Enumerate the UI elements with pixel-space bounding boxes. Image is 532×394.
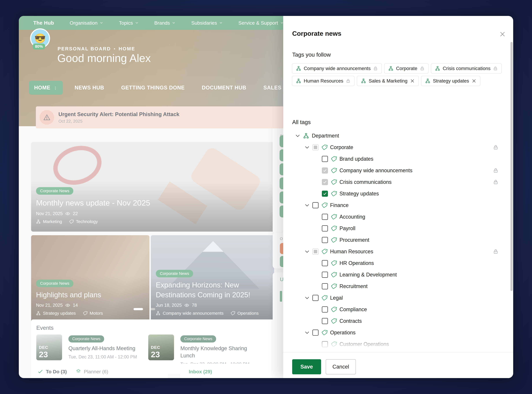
brand-logo[interactable]: The Hub: [33, 20, 54, 26]
checkbox-recruitment[interactable]: [322, 283, 328, 289]
checkbox-procurement[interactable]: [322, 237, 328, 243]
chip-label: Crisis communications: [443, 66, 491, 71]
checkbox-finance[interactable]: [312, 202, 318, 208]
followed-tag-chip-corporate[interactable]: Corporate: [384, 63, 429, 73]
chevron-down-icon[interactable]: [304, 145, 310, 150]
carousel-indicator[interactable]: [151, 308, 155, 310]
followed-tag-chip-strategy-updates[interactable]: Strategy updates: [421, 76, 480, 86]
news-department[interactable]: Company wide announcements: [163, 311, 224, 316]
chevron-down-icon[interactable]: [295, 133, 300, 138]
checkbox-corporate[interactable]: [312, 144, 318, 150]
checkbox-human-resources[interactable]: [312, 249, 318, 255]
news-title[interactable]: Monthly news update - Nov 2025: [36, 197, 150, 208]
checkbox-hr-operations[interactable]: [322, 260, 328, 266]
followed-tag-chip-company-wide-announcements[interactable]: Company wide announcements: [292, 63, 382, 73]
nav-item-subsidaries[interactable]: Subsidaries: [191, 20, 223, 26]
tag-tree-row-operations[interactable]: Operations: [292, 327, 503, 338]
tag-tree-row-learning-development[interactable]: Learning & Development: [292, 269, 503, 280]
event-title[interactable]: Quarterly All-Hands Meeting: [68, 345, 135, 352]
tag-tree-row-brand-updates[interactable]: Brand updates: [292, 153, 503, 165]
chevron-down-icon[interactable]: [304, 249, 310, 254]
tag-tree-row-customer-operations[interactable]: Customer Operations: [292, 338, 503, 350]
carousel-indicator-active[interactable]: [133, 308, 143, 310]
tag-tree-row-procurement[interactable]: Procurement: [292, 234, 503, 246]
chevron-down-icon[interactable]: [304, 295, 310, 301]
tag-tree-row-corporate[interactable]: Corporate: [292, 142, 503, 153]
nav-item-brands[interactable]: Brands: [154, 20, 176, 26]
checkbox-legal[interactable]: [312, 295, 318, 301]
news-card-featured[interactable]: Corporate News Monthly news update - Nov…: [31, 142, 274, 232]
tab-news-hub[interactable]: NEWS HUB: [69, 81, 109, 95]
tab-home[interactable]: HOME: [29, 81, 63, 95]
news-category-badge[interactable]: Corporate News: [36, 187, 73, 195]
tag-tree-row-recruitment[interactable]: Recruitment: [292, 280, 503, 292]
news-department[interactable]: Marketing: [43, 219, 62, 224]
news-card[interactable]: Corporate News Expanding Horizons: New D…: [151, 235, 274, 325]
tab-planner[interactable]: Planner (6): [76, 369, 108, 374]
security-alert-banner[interactable]: Urgent Security Alert: Potential Phishin…: [36, 106, 287, 128]
tag-tree-row-strategy-updates[interactable]: Strategy updates: [292, 188, 503, 199]
lock-icon: [493, 168, 498, 173]
org-chart-icon: [296, 78, 301, 83]
tag-tree-row-compliance[interactable]: Compliance: [292, 304, 503, 315]
news-category-badge[interactable]: Corporate News: [156, 270, 193, 277]
checkbox-strategy-updates[interactable]: [322, 191, 328, 197]
followed-tag-chip-crisis-communications[interactable]: Crisis communications: [431, 63, 502, 73]
panel-scrollbar[interactable]: [511, 42, 513, 291]
tag-tree-row-payroll[interactable]: Payroll: [292, 223, 503, 234]
close-icon[interactable]: [499, 31, 506, 37]
breadcrumb-home[interactable]: HOME: [119, 46, 135, 52]
remove-tag-icon[interactable]: [472, 79, 476, 83]
news-topic[interactable]: Operations: [237, 311, 259, 316]
more-options-icon[interactable]: [53, 86, 58, 90]
checkbox-payroll[interactable]: [322, 225, 328, 231]
checkbox-brand-updates[interactable]: [322, 156, 328, 162]
news-title[interactable]: Highlights and plans: [36, 290, 101, 300]
tag-tree-row-contracts[interactable]: Contracts: [292, 315, 503, 327]
tag-tree-row-company-wide-announcements[interactable]: Company wide announcements: [292, 165, 503, 176]
checkbox-accounting[interactable]: [322, 214, 328, 220]
chevron-down-icon[interactable]: [304, 203, 310, 208]
chevron-down-icon[interactable]: [304, 330, 310, 335]
event-item[interactable]: DEC 23 Corporate News Monthly Knowledge …: [148, 335, 264, 367]
tag-tree-row-crisis-communications[interactable]: Crisis communications: [292, 176, 503, 188]
tag-tree-row-accounting[interactable]: Accounting: [292, 211, 503, 223]
event-title[interactable]: Monthly Knowledge Sharing Lunch: [180, 345, 261, 359]
tag-tree-row-department[interactable]: Department: [292, 130, 503, 142]
event-category-badge[interactable]: Corporate News: [68, 335, 104, 342]
nav-item-topics[interactable]: Topics: [119, 20, 138, 26]
followed-tag-chip-sales-marketing[interactable]: Sales & Marketing: [357, 76, 419, 86]
remove-tag-icon[interactable]: [410, 79, 415, 83]
news-title[interactable]: Expanding Horizons: New Destinations Com…: [156, 280, 260, 300]
user-avatar[interactable]: 😎 80%: [30, 28, 50, 48]
tab-getting-things-done[interactable]: GETTING THINGS DONE: [116, 81, 190, 95]
followed-tag-chip-human-resources[interactable]: Human Resources: [292, 76, 354, 86]
event-category-badge[interactable]: Corporate News: [180, 335, 216, 342]
event-item[interactable]: DEC 23 Corporate News Quarterly All-Hand…: [36, 335, 143, 360]
tag-tree-row-finance[interactable]: Finance: [292, 199, 503, 211]
checkbox-contracts[interactable]: [322, 318, 328, 324]
news-topic[interactable]: Technology: [76, 219, 98, 224]
tag-label: Corporate: [330, 144, 353, 150]
news-department[interactable]: Strategy updates: [43, 311, 76, 316]
tab-inbox[interactable]: Inbox (29): [189, 369, 212, 374]
tab-label: GETTING THINGS DONE: [121, 85, 185, 91]
tag-tree-row-hr-operations[interactable]: HR Operations: [292, 257, 503, 269]
tab-document-hub[interactable]: DOCUMENT HUB: [197, 81, 251, 95]
tag-tree-row-legal[interactable]: Legal: [292, 292, 503, 304]
news-topic[interactable]: Motors: [90, 311, 103, 316]
nav-item-service-support[interactable]: Service & Support: [238, 20, 284, 26]
news-card[interactable]: Corporate News Highlights and plans Nov …: [31, 235, 149, 325]
cancel-button[interactable]: Cancel: [326, 359, 356, 374]
save-button[interactable]: Save: [292, 359, 321, 374]
tag-label: Company wide announcements: [339, 167, 412, 174]
news-category-badge[interactable]: Corporate News: [36, 280, 73, 287]
checkbox-customer-operations[interactable]: [322, 341, 328, 347]
checkbox-operations[interactable]: [312, 330, 318, 336]
tag-tree-row-human-resources[interactable]: Human Resources: [292, 246, 503, 257]
checkbox-compliance[interactable]: [322, 306, 328, 312]
breadcrumb-board[interactable]: PERSONAL BOARD: [58, 46, 111, 52]
checkbox-learning-development[interactable]: [322, 272, 328, 278]
nav-item-organisation[interactable]: Organisation: [70, 20, 103, 26]
tab-todo[interactable]: To Do (3): [37, 369, 67, 374]
